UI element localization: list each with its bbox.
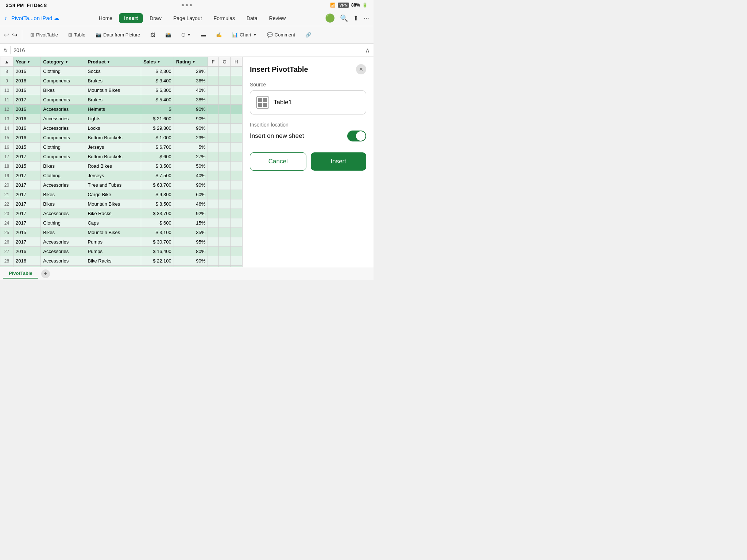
source-icon-cell-4 <box>263 103 267 107</box>
table-row[interactable]: 14 2016 Accessories Locks $ 29,800 90% <box>0 124 242 133</box>
col-product[interactable]: Product ▼ <box>85 57 141 67</box>
cell-f <box>208 124 219 133</box>
cell-category: Bikes <box>41 162 85 171</box>
pivottable-button[interactable]: ⊞ PivotTable <box>27 30 62 39</box>
cell-year: 2015 <box>13 162 41 171</box>
table-icon: ⊞ <box>68 32 72 38</box>
undo-button[interactable]: ↩ <box>4 31 9 39</box>
table-row[interactable]: 10 2016 Bikes Mountain Bikes $ 6,300 40% <box>0 86 242 95</box>
cell-product: Brakes <box>85 95 141 105</box>
cell-category: Clothing <box>41 218 85 228</box>
table-row[interactable]: 15 2016 Components Bottom Brackets $ 1,0… <box>0 133 242 143</box>
shape-button[interactable]: ⬡ ▼ <box>178 30 194 39</box>
cell-rating: 5% <box>174 143 208 152</box>
table-row[interactable]: 16 2015 Clothing Jerseys $ 6,700 5% <box>0 143 242 152</box>
cell-h <box>231 152 242 162</box>
cell-f <box>208 114 219 124</box>
cell-h <box>231 105 242 114</box>
cell-year: 2017 <box>13 266 41 267</box>
add-sheet-button[interactable]: + <box>41 269 50 278</box>
cell-rating: 40% <box>174 86 208 95</box>
insert-button[interactable]: Insert <box>311 152 367 171</box>
table-row[interactable]: 27 2016 Accessories Pumps $ 16,400 80% <box>0 247 242 256</box>
row-num: 13 <box>0 114 13 124</box>
cell-product: Helmets <box>85 105 141 114</box>
tab-data[interactable]: Data <box>241 13 263 23</box>
back-button[interactable]: ‹ <box>4 14 7 22</box>
cell-rating: 95% <box>174 237 208 247</box>
table-row[interactable]: 19 2017 Clothing Jerseys $ 7,500 40% <box>0 171 242 180</box>
tab-draw[interactable]: Draw <box>144 13 167 23</box>
col-category[interactable]: Category ▼ <box>41 57 85 67</box>
tab-home[interactable]: Home <box>94 13 117 23</box>
table-button[interactable]: ⊞ Table <box>65 30 89 39</box>
formula-expand-button[interactable]: ∧ <box>365 46 370 54</box>
table-row[interactable]: 9 2016 Components Brakes $ 3,400 36% <box>0 76 242 86</box>
col-rating[interactable]: Rating ▼ <box>174 57 208 67</box>
col-sales[interactable]: Sales ▼ <box>141 57 174 67</box>
share-icon[interactable]: ⬆ <box>353 14 359 22</box>
table-row[interactable]: 25 2015 Bikes Mountain Bikes $ 3,100 35% <box>0 228 242 237</box>
insert-on-new-sheet-toggle[interactable] <box>347 131 366 141</box>
panel-close-button[interactable]: ✕ <box>356 64 366 74</box>
sign-button[interactable]: ✍ <box>212 30 225 39</box>
table-row[interactable]: 13 2016 Accessories Lights $ 21,600 90% <box>0 114 242 124</box>
cell-f <box>208 199 219 209</box>
table-row[interactable]: 28 2016 Accessories Bike Racks $ 22,100 … <box>0 256 242 266</box>
row-num: 27 <box>0 247 13 256</box>
cell-f <box>208 237 219 247</box>
vpn-badge: VPN <box>338 3 349 8</box>
chart-button[interactable]: 📊 Chart ▼ <box>228 30 260 39</box>
tab-formulas[interactable]: Formulas <box>209 13 240 23</box>
cell-sales: $ 600 <box>141 218 174 228</box>
search-icon[interactable]: 🔍 <box>340 14 348 22</box>
cell-year: 2015 <box>13 143 41 152</box>
tab-review[interactable]: Review <box>264 13 291 23</box>
table-row[interactable]: 18 2015 Bikes Road Bikes $ 3,500 50% <box>0 162 242 171</box>
file-cloud-icon: ☁ <box>54 15 59 22</box>
cell-category: Clothing <box>41 67 85 76</box>
cell-year: 2016 <box>13 76 41 86</box>
table-row[interactable]: 12 2016 Accessories Helmets $ 90% <box>0 105 242 114</box>
link-button[interactable]: 🔗 <box>302 30 315 39</box>
more-icon[interactable]: ··· <box>364 14 369 22</box>
redo-button[interactable]: ↪ <box>12 31 18 39</box>
table-row[interactable]: 20 2017 Accessories Tires and Tubes $ 63… <box>0 180 242 190</box>
cell-category: Bikes <box>41 199 85 209</box>
table-row[interactable]: 26 2017 Accessories Pumps $ 30,700 95% <box>0 237 242 247</box>
cell-product: Pumps <box>85 237 141 247</box>
sheet-tab-pivottable[interactable]: PivotTable <box>3 269 38 279</box>
table-row[interactable]: 17 2017 Components Bottom Brackets $ 600… <box>0 152 242 162</box>
data-from-picture-button[interactable]: 📷 Data from Picture <box>92 30 144 39</box>
cell-g <box>218 180 231 190</box>
cell-sales: $ 3,100 <box>141 228 174 237</box>
cancel-button[interactable]: Cancel <box>250 152 306 171</box>
photo-button[interactable]: 📸 <box>162 30 175 39</box>
table-row[interactable]: 24 2017 Clothing Caps $ 600 15% <box>0 218 242 228</box>
cell-product: Road Bikes <box>85 162 141 171</box>
camera-icon: 📷 <box>96 32 101 38</box>
table-row[interactable]: 23 2017 Accessories Bike Racks $ 33,700 … <box>0 209 242 218</box>
cell-rating: 90% <box>174 256 208 266</box>
cell-product: Helmets <box>85 266 141 267</box>
comment-button[interactable]: 💬 Comment <box>263 30 299 39</box>
table-row[interactable]: 29 2017 Accessories Helmets $ 34,000 95% <box>0 266 242 267</box>
tab-insert[interactable]: Insert <box>119 13 143 23</box>
cell-category: Components <box>41 95 85 105</box>
col-year[interactable]: Year ▼ <box>13 57 41 67</box>
cell-g <box>218 228 231 237</box>
panel-title: Insert PivotTable <box>250 65 308 74</box>
file-name[interactable]: PivotTa...on iPad ☁ <box>11 15 60 22</box>
formula-input[interactable]: 2016 <box>13 47 362 53</box>
image-button[interactable]: 🖼 <box>147 30 159 39</box>
cell-g <box>218 105 231 114</box>
tab-page-layout[interactable]: Page Layout <box>168 13 207 23</box>
textbox-button[interactable]: ▬ <box>197 30 209 39</box>
col-header-row: ▲ Year ▼ Category ▼ Product ▼ Sales ▼ Ra… <box>0 57 242 67</box>
status-day: Fri Dec 8 <box>27 3 47 8</box>
table-row[interactable]: 22 2017 Bikes Mountain Bikes $ 8,500 46% <box>0 199 242 209</box>
cell-f <box>208 190 219 199</box>
table-row[interactable]: 11 2017 Components Brakes $ 5,400 38% <box>0 95 242 105</box>
table-row[interactable]: 8 2016 Clothing Socks $ 2,300 28% <box>0 67 242 76</box>
table-row[interactable]: 21 2017 Bikes Cargo Bike $ 9,300 60% <box>0 190 242 199</box>
